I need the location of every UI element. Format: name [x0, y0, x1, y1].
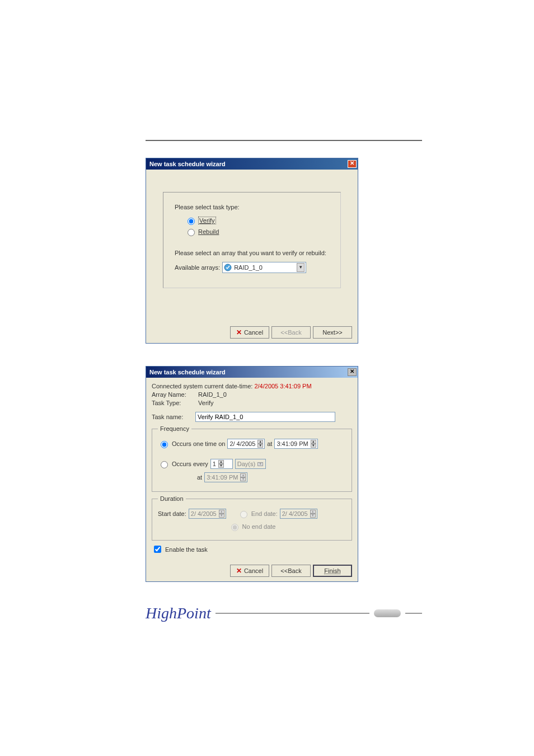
- connected-value: 2/4/2005 3:41:09 PM: [254, 383, 311, 389]
- array-name-label: Array Name:: [152, 391, 196, 398]
- next-button[interactable]: Next>>: [313, 326, 352, 339]
- dropdown-arrow-icon[interactable]: ▼: [297, 263, 305, 272]
- x-icon: ✕: [236, 567, 242, 575]
- no-end-label: No end date: [242, 523, 276, 530]
- end-date-label: End date:: [251, 510, 278, 517]
- dialog-body: Connected system current date-time: 2/4/…: [146, 378, 358, 560]
- occurs-every-row[interactable]: Occurs every 1 ▲▼ Day(s) ▼: [158, 459, 346, 469]
- wizard-dialog-step1: New task schedule wizard ✕ Please select…: [146, 158, 358, 344]
- occurs-every-radio[interactable]: [161, 461, 168, 468]
- brand-logo: HighPoint: [146, 604, 211, 622]
- at-label-2: at: [197, 474, 202, 481]
- enable-task-row[interactable]: Enable the task: [152, 544, 352, 555]
- x-icon: ✕: [236, 328, 242, 336]
- divider-footer: [216, 613, 369, 614]
- dialog-title: New task schedule wizard: [149, 369, 226, 375]
- task-name-input[interactable]: [195, 412, 335, 422]
- task-type-label: Task Type:: [152, 400, 196, 406]
- back-label: <<Back: [280, 567, 301, 574]
- start-date-spin: 2/ 4/2005 ▲▼: [189, 509, 226, 519]
- spin-buttons-icon: ▲▼: [310, 510, 316, 518]
- occurs-every-time-spin: 3:41:09 PM ▲▼: [204, 472, 247, 482]
- spin-buttons-icon[interactable]: ▲▼: [311, 440, 316, 448]
- frequency-fieldset: Frequency Occurs one time on 2/ 4/2005 ▲…: [152, 425, 352, 492]
- divider-footer-right: [405, 613, 422, 614]
- selected-array: RAID_1_0: [234, 264, 263, 271]
- cancel-button[interactable]: ✕ Cancel: [230, 565, 269, 577]
- finish-button[interactable]: Finish: [313, 565, 352, 577]
- connected-datetime-row: Connected system current date-time: 2/4/…: [152, 383, 352, 389]
- connected-label: Connected system current date-time:: [152, 383, 252, 389]
- radio-rebuild-label: Rebuild: [198, 228, 219, 235]
- occurs-every-value: 1: [213, 461, 216, 467]
- occurs-every-unit-select: Day(s) ▼: [235, 459, 266, 469]
- occurs-one-date-spin[interactable]: 2/ 4/2005 ▲▼: [227, 439, 265, 449]
- divider-top: [146, 140, 422, 141]
- array-select[interactable]: RAID_1_0 ▼: [222, 262, 306, 273]
- prompt-select-array: Please select an array that you want to …: [175, 250, 329, 256]
- spin-buttons-icon[interactable]: ▲▼: [218, 460, 224, 468]
- spin-buttons-icon: ▲▼: [219, 510, 224, 518]
- no-end-row: No end date: [158, 522, 346, 531]
- dialog-body: Please select task type: Verify Rebuild …: [146, 170, 358, 322]
- task-name-row: Task name:: [152, 412, 352, 422]
- close-icon[interactable]: ✕: [348, 368, 357, 376]
- prompt-task-type: Please select task type:: [175, 204, 329, 210]
- occurs-one-label: Occurs one time on: [172, 440, 225, 447]
- spin-buttons-icon[interactable]: ▲▼: [257, 440, 263, 448]
- footer-knob-icon: [374, 609, 401, 617]
- back-label: <<Back: [280, 329, 301, 336]
- titlebar: New task schedule wizard ✕: [146, 367, 358, 378]
- enable-task-label: Enable the task: [165, 546, 208, 553]
- occurs-one-row[interactable]: Occurs one time on 2/ 4/2005 ▲▼ at 3:41:…: [158, 439, 346, 449]
- radio-row-rebuild[interactable]: Rebuild: [185, 227, 329, 236]
- duration-dates-row: Start date: 2/ 4/2005 ▲▼ End date: 2/ 4/…: [158, 509, 346, 519]
- next-label: Next>>: [322, 329, 342, 336]
- back-button[interactable]: <<Back: [271, 565, 311, 577]
- finish-label: Finish: [324, 567, 340, 574]
- enable-task-checkbox[interactable]: [154, 546, 161, 553]
- inset-panel: Please select task type: Verify Rebuild …: [163, 192, 341, 288]
- start-date-label: Start date:: [158, 510, 186, 517]
- start-date-value: 2/ 4/2005: [191, 510, 217, 517]
- spin-buttons-icon: ▲▼: [240, 473, 246, 481]
- duration-fieldset: Duration Start date: 2/ 4/2005 ▲▼ End da…: [152, 495, 352, 541]
- close-icon[interactable]: ✕: [348, 160, 357, 168]
- task-name-label: Task name:: [152, 414, 194, 420]
- no-end-radio: [231, 524, 238, 531]
- occurs-every-time: 3:41:09 PM: [207, 474, 238, 481]
- occurs-every-unit: Day(s): [237, 461, 255, 467]
- titlebar: New task schedule wizard ✕: [146, 158, 358, 170]
- dropdown-arrow-icon: ▼: [257, 462, 263, 466]
- button-row: ✕ Cancel <<Back Next>>: [146, 322, 358, 343]
- cancel-label: Cancel: [244, 329, 263, 336]
- occurs-one-radio[interactable]: [161, 441, 168, 448]
- task-type-row: Task Type: Verify: [152, 400, 352, 406]
- occurs-every-label: Occurs every: [172, 461, 208, 467]
- task-type-value: Verify: [198, 400, 214, 406]
- available-arrays-label: Available arrays:: [175, 264, 220, 271]
- cancel-button[interactable]: ✕ Cancel: [230, 326, 269, 339]
- frequency-legend: Frequency: [158, 425, 191, 432]
- end-date-value: 2/ 4/2005: [282, 510, 308, 517]
- occurs-one-date: 2/ 4/2005: [229, 440, 255, 447]
- radio-rebuild[interactable]: [188, 229, 195, 236]
- occurs-every-at-row: at 3:41:09 PM ▲▼: [197, 472, 346, 482]
- at-label-1: at: [267, 440, 272, 447]
- radio-verify-label: Verify: [198, 217, 216, 224]
- duration-legend: Duration: [158, 495, 186, 502]
- end-date-spin: 2/ 4/2005 ▲▼: [280, 509, 317, 519]
- document-page: New task schedule wizard ✕ Please select…: [0, 0, 534, 656]
- dialog-title: New task schedule wizard: [149, 161, 226, 167]
- occurs-one-time-spin[interactable]: 3:41:09 PM ▲▼: [274, 439, 317, 449]
- occurs-every-value-spin[interactable]: 1 ▲▼: [210, 459, 233, 469]
- wizard-dialog-step2: New task schedule wizard ✕ Connected sys…: [146, 366, 358, 582]
- radio-verify[interactable]: [188, 218, 195, 225]
- cancel-label: Cancel: [244, 567, 263, 574]
- available-arrays-row: Available arrays: RAID_1_0 ▼: [175, 262, 329, 273]
- back-button: <<Back: [271, 326, 311, 339]
- occurs-one-time: 3:41:09 PM: [277, 440, 308, 447]
- array-name-value: RAID_1_0: [198, 391, 227, 398]
- page-footer: HighPoint: [146, 604, 422, 622]
- radio-row-verify[interactable]: Verify: [185, 216, 329, 225]
